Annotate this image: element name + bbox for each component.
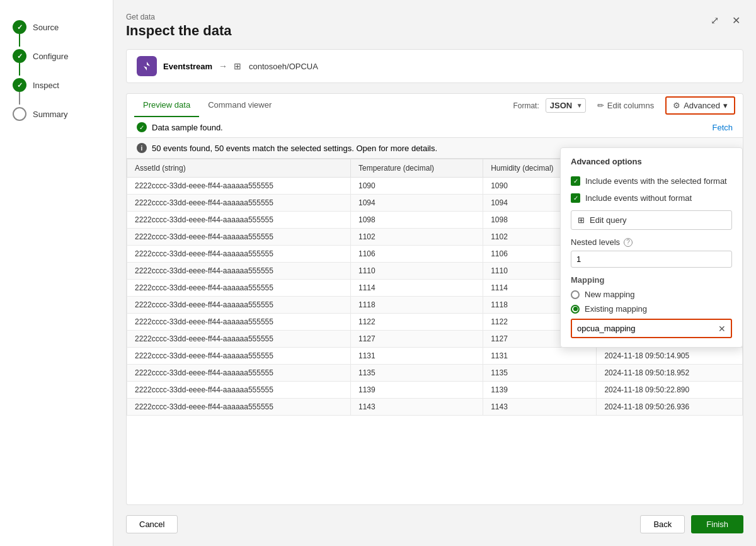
step-circle-configure: ✓ bbox=[13, 49, 26, 63]
table-cell: 2024-11-18 09:50:18.952 bbox=[597, 365, 743, 382]
fetch-link[interactable]: Fetch bbox=[712, 123, 733, 132]
chevron-down-icon: ▾ bbox=[723, 101, 728, 110]
checkbox-icon-1: ✓ bbox=[571, 176, 580, 186]
sidebar-item-inspect[interactable]: ✓ Inspect bbox=[0, 71, 113, 100]
status-success-icon: ✓ bbox=[137, 122, 147, 132]
table-cell: 1139 bbox=[351, 382, 483, 399]
sidebar-item-source[interactable]: ✓ Source bbox=[0, 13, 113, 42]
source-bar: Eventstream → ⊞ contosoeh/OPCUA bbox=[126, 49, 743, 83]
table-cell: 1131 bbox=[351, 348, 483, 365]
toolbar-right: Format: JSON CSV Avro ▼ ✏ Edit columns ⚙… bbox=[513, 96, 735, 115]
pencil-icon: ✏ bbox=[597, 101, 604, 110]
page-header: Get data Inspect the data bbox=[126, 13, 743, 39]
format-select[interactable]: JSON CSV Avro bbox=[546, 98, 586, 113]
window-controls: ⤢ ✕ bbox=[707, 13, 743, 28]
close-button[interactable]: ✕ bbox=[728, 13, 743, 28]
sidebar: ✓ Source ✓ Configure ✓ Inspect Summary bbox=[0, 0, 113, 546]
table-cell: 2222cccc-33dd-eeee-ff44-aaaaaa555555 bbox=[127, 246, 351, 263]
sidebar-label-summary: Summary bbox=[33, 110, 68, 119]
edit-columns-label: Edit columns bbox=[607, 101, 654, 110]
radio-new-mapping[interactable]: New mapping bbox=[571, 290, 732, 299]
arrow-icon: → bbox=[219, 61, 227, 71]
advanced-label: Advanced bbox=[684, 101, 720, 110]
edit-query-label: Edit query bbox=[590, 215, 627, 225]
table-cell: 2024-11-18 09:50:26.936 bbox=[597, 399, 743, 416]
status-info-text: 50 events found, 50 events match the sel… bbox=[152, 144, 437, 153]
table-cell: 1102 bbox=[351, 229, 483, 246]
status-success: ✓ Data sample found. Fetch bbox=[127, 117, 743, 138]
cancel-button[interactable]: Cancel bbox=[126, 515, 178, 533]
radio-label-existing: Existing mapping bbox=[585, 304, 647, 314]
table-cell: 1110 bbox=[351, 263, 483, 280]
sidebar-label-source: Source bbox=[33, 23, 59, 32]
tabs: Preview data Command viewer bbox=[134, 94, 280, 117]
sidebar-item-configure[interactable]: ✓ Configure bbox=[0, 42, 113, 71]
radio-circle-existing bbox=[571, 305, 580, 314]
page-title: Inspect the data bbox=[126, 23, 743, 39]
table-row: 2222cccc-33dd-eeee-ff44-aaaaaa5555551135… bbox=[127, 365, 743, 382]
footer: Cancel Back Finish bbox=[126, 505, 743, 533]
table-row: 2222cccc-33dd-eeee-ff44-aaaaaa5555551139… bbox=[127, 382, 743, 399]
checkbox-without-format[interactable]: ✓ Include events without format bbox=[571, 193, 732, 203]
query-icon: ⊞ bbox=[578, 215, 585, 225]
advanced-panel-title: Advanced options bbox=[571, 157, 732, 166]
gear-icon: ⚙ bbox=[673, 101, 680, 110]
col-assetid: AssetId (string) bbox=[127, 159, 351, 178]
step-circle-summary bbox=[13, 107, 26, 121]
format-select-wrapper[interactable]: JSON CSV Avro ▼ bbox=[546, 98, 586, 113]
table-cell: 2222cccc-33dd-eeee-ff44-aaaaaa555555 bbox=[127, 280, 351, 297]
table-cell: 2222cccc-33dd-eeee-ff44-aaaaaa555555 bbox=[127, 178, 351, 195]
radio-label-new: New mapping bbox=[585, 290, 635, 299]
table-cell: 1139 bbox=[483, 382, 597, 399]
tab-command[interactable]: Command viewer bbox=[199, 94, 280, 117]
table-cell: 2222cccc-33dd-eeee-ff44-aaaaaa555555 bbox=[127, 331, 351, 348]
table-cell: 2222cccc-33dd-eeee-ff44-aaaaaa555555 bbox=[127, 399, 351, 416]
table-cell: 2222cccc-33dd-eeee-ff44-aaaaaa555555 bbox=[127, 212, 351, 229]
advanced-button[interactable]: ⚙ Advanced ▾ bbox=[665, 96, 735, 115]
checkbox-label-1: Include events with the selected format bbox=[585, 176, 727, 186]
table-cell: 2222cccc-33dd-eeee-ff44-aaaaaa555555 bbox=[127, 314, 351, 331]
expand-button[interactable]: ⤢ bbox=[707, 13, 722, 28]
nested-levels-section: Nested levels ? bbox=[571, 237, 732, 268]
data-content: Advanced options ✓ Include events with t… bbox=[126, 117, 743, 505]
mapping-section: Mapping New mapping Existing mapping bbox=[571, 275, 732, 338]
col-temperature: Temperature (decimal) bbox=[351, 159, 483, 178]
step-circle-source: ✓ bbox=[13, 20, 26, 34]
mapping-input[interactable] bbox=[572, 320, 713, 337]
dest-name: contosoeh/OPCUA bbox=[249, 62, 318, 71]
table-cell: 1127 bbox=[351, 331, 483, 348]
nested-input[interactable] bbox=[571, 251, 732, 268]
finish-button[interactable]: Finish bbox=[691, 515, 743, 533]
footer-right: Back Finish bbox=[640, 515, 743, 533]
help-icon[interactable]: ? bbox=[624, 238, 633, 247]
info-icon: i bbox=[137, 143, 147, 153]
step-circle-inspect: ✓ bbox=[13, 78, 26, 92]
checkbox-include-format[interactable]: ✓ Include events with the selected forma… bbox=[571, 176, 732, 186]
table-cell: 1094 bbox=[351, 195, 483, 212]
sidebar-label-inspect: Inspect bbox=[33, 81, 59, 90]
edit-query-button[interactable]: ⊞ Edit query bbox=[571, 210, 732, 230]
table-cell: 2222cccc-33dd-eeee-ff44-aaaaaa555555 bbox=[127, 297, 351, 314]
edit-columns-button[interactable]: ✏ Edit columns bbox=[592, 98, 659, 113]
status-success-text: Data sample found. bbox=[152, 123, 223, 132]
advanced-panel: Advanced options ✓ Include events with t… bbox=[560, 147, 743, 348]
table-cell: 2222cccc-33dd-eeee-ff44-aaaaaa555555 bbox=[127, 195, 351, 212]
table-cell: 2222cccc-33dd-eeee-ff44-aaaaaa555555 bbox=[127, 263, 351, 280]
table-icon: ⊞ bbox=[234, 61, 241, 71]
nested-label-text: Nested levels bbox=[571, 237, 620, 247]
radio-circle-new bbox=[571, 290, 580, 299]
sidebar-label-configure: Configure bbox=[33, 52, 68, 61]
sidebar-item-summary[interactable]: Summary bbox=[0, 100, 113, 128]
source-name: Eventstream bbox=[163, 62, 212, 71]
table-cell: 1122 bbox=[351, 314, 483, 331]
table-cell: 2024-11-18 09:50:22.890 bbox=[597, 382, 743, 399]
get-data-label: Get data bbox=[126, 13, 743, 21]
back-button[interactable]: Back bbox=[640, 515, 685, 533]
radio-existing-mapping[interactable]: Existing mapping bbox=[571, 304, 732, 314]
table-cell: 2222cccc-33dd-eeee-ff44-aaaaaa555555 bbox=[127, 229, 351, 246]
tab-preview[interactable]: Preview data bbox=[134, 94, 199, 117]
table-cell: 1114 bbox=[351, 280, 483, 297]
table-cell: 1098 bbox=[351, 212, 483, 229]
table-cell: 1106 bbox=[351, 246, 483, 263]
mapping-clear-button[interactable]: ✕ bbox=[713, 321, 731, 336]
